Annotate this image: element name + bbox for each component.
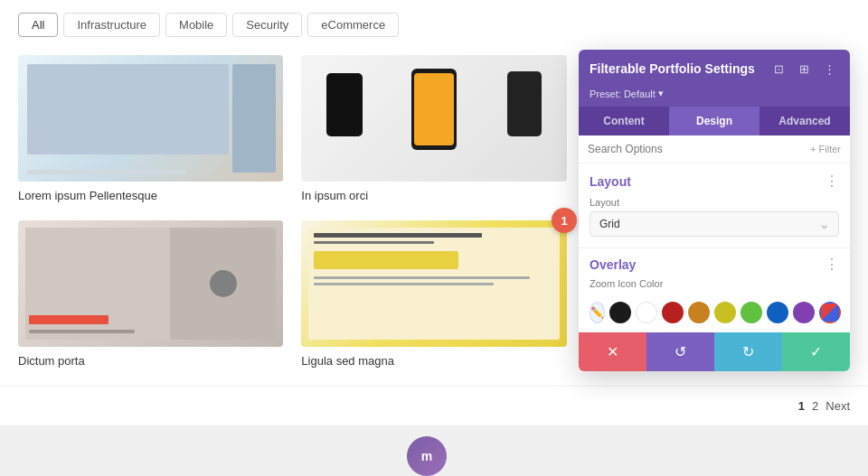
portfolio-item-4[interactable]: Dictum porta: [18, 220, 283, 368]
pagination-page-1[interactable]: 1: [798, 399, 805, 413]
panel-preset-area: Preset: Default ▾: [579, 86, 850, 107]
panel-tabs: Content Design Advanced: [579, 107, 850, 135]
tab-content[interactable]: Content: [579, 107, 669, 135]
settings-panel: Filterable Portfolio Settings ⊡ ⊞ ⋮ Pres…: [579, 50, 850, 371]
portfolio-thumb-5: [301, 220, 566, 347]
panel-icon-grid[interactable]: ⊞: [794, 59, 814, 79]
overlay-section-header: Overlay ⋮: [579, 247, 850, 276]
layout-select[interactable]: Grid Masonry Fullwidth: [590, 211, 839, 237]
filter-tab-security[interactable]: Security: [232, 13, 302, 37]
layout-section-more[interactable]: ⋮: [825, 173, 839, 190]
panel-preset-label[interactable]: Preset: Default ▾: [590, 88, 839, 99]
panel-title: Filterable Portfolio Settings: [590, 61, 755, 76]
panel-icon-more[interactable]: ⋮: [819, 59, 839, 79]
portfolio-label-2: In ipsum orci: [301, 189, 566, 202]
action-bar: ✕ ↺ ↻ ✓: [579, 332, 850, 371]
color-swatches-row: ✏️: [579, 296, 850, 332]
tab-advanced[interactable]: Advanced: [760, 107, 850, 135]
color-swatch-yellow[interactable]: [714, 302, 736, 323]
tab-design[interactable]: Design: [669, 107, 760, 135]
filter-tab-infrastructure[interactable]: Infrastructure: [63, 13, 160, 37]
filter-tab-ecommerce[interactable]: eCommerce: [307, 13, 399, 37]
layout-field-row: Layout Grid Masonry Fullwidth: [579, 195, 850, 244]
panel-header-icons: ⊡ ⊞ ⋮: [769, 59, 839, 79]
portfolio-thumb-4: [18, 220, 283, 347]
step-badge: 1: [552, 208, 577, 233]
portfolio-item-1[interactable]: Lorem ipsum Pellentesque: [18, 55, 283, 202]
color-swatch-green[interactable]: [741, 302, 762, 323]
panel-icon-resize[interactable]: ⊡: [769, 59, 788, 79]
layout-section-header: Layout ⋮: [579, 163, 850, 195]
layout-section-title: Layout: [590, 174, 631, 189]
portfolio-label-1: Lorem ipsum Pellentesque: [18, 189, 283, 202]
user-avatar[interactable]: m: [407, 436, 447, 476]
pagination: 1 2 Next: [0, 386, 868, 425]
pagination-next[interactable]: Next: [826, 399, 850, 413]
zoom-icon-color-label-row: Zoom Icon Color: [579, 276, 850, 296]
color-swatch-black[interactable]: [609, 302, 631, 323]
portfolio-thumb-2: [301, 55, 566, 182]
undo-button[interactable]: ↺: [646, 332, 714, 371]
color-swatch-white[interactable]: [636, 302, 657, 323]
search-options-input[interactable]: [588, 143, 805, 155]
filter-tab-mobile[interactable]: Mobile: [165, 13, 227, 37]
layout-field-label: Layout: [590, 197, 839, 208]
portfolio-label-5: Ligula sed magna: [301, 354, 566, 368]
portfolio-thumb-1: [18, 55, 283, 182]
confirm-button[interactable]: ✓: [782, 332, 850, 371]
cancel-button[interactable]: ✕: [579, 332, 646, 371]
portfolio-label-4: Dictum porta: [18, 354, 283, 368]
search-options-row: + Filter: [579, 135, 850, 163]
layout-select-wrapper: Grid Masonry Fullwidth: [590, 211, 839, 237]
panel-header: Filterable Portfolio Settings ⊡ ⊞ ⋮: [579, 50, 850, 86]
zoom-icon-color-label: Zoom Icon Color: [590, 278, 839, 289]
portfolio-item-5[interactable]: Ligula sed magna: [301, 220, 566, 368]
overlay-section-more[interactable]: ⋮: [825, 256, 839, 273]
portfolio-item-2[interactable]: In ipsum orci: [301, 55, 566, 202]
color-swatch-multicolor[interactable]: [819, 302, 841, 323]
filter-tabs-container: All Infrastructure Mobile Security eComm…: [0, 0, 868, 46]
filter-button[interactable]: + Filter: [810, 144, 841, 154]
color-swatch-purple[interactable]: [793, 302, 815, 323]
pagination-page-2[interactable]: 2: [812, 399, 818, 413]
color-swatch-pencil[interactable]: ✏️: [590, 302, 605, 323]
overlay-section-title: Overlay: [590, 257, 636, 272]
redo-button[interactable]: ↻: [714, 332, 782, 371]
color-swatch-blue[interactable]: [767, 302, 788, 323]
filter-tab-all[interactable]: All: [18, 13, 58, 37]
color-swatch-red[interactable]: [662, 302, 684, 323]
color-swatch-orange[interactable]: [688, 302, 710, 323]
